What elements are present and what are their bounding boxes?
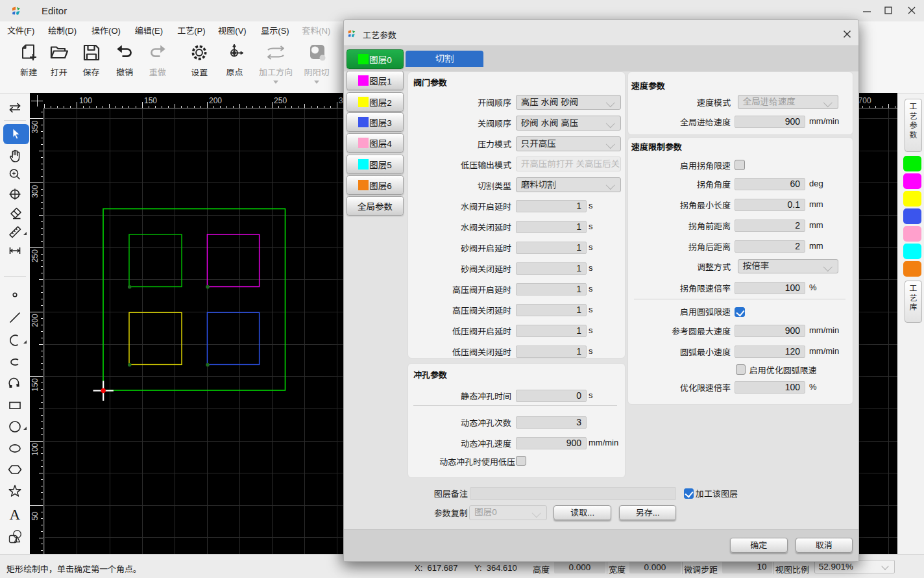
svg-text:A: A [10,507,21,522]
svg-text:200: 200 [30,314,40,327]
svg-text:700: 700 [858,96,871,105]
svg-text:250: 250 [274,96,287,105]
svg-text:300: 300 [30,184,40,197]
svg-text:100: 100 [79,96,92,105]
svg-text:150: 150 [30,378,40,391]
svg-text:100: 100 [30,443,40,456]
svg-text:50: 50 [30,512,40,521]
svg-text:350: 350 [30,120,40,133]
svg-text:150: 150 [144,96,157,105]
svg-text:250: 250 [30,249,40,262]
svg-text:200: 200 [209,96,222,105]
